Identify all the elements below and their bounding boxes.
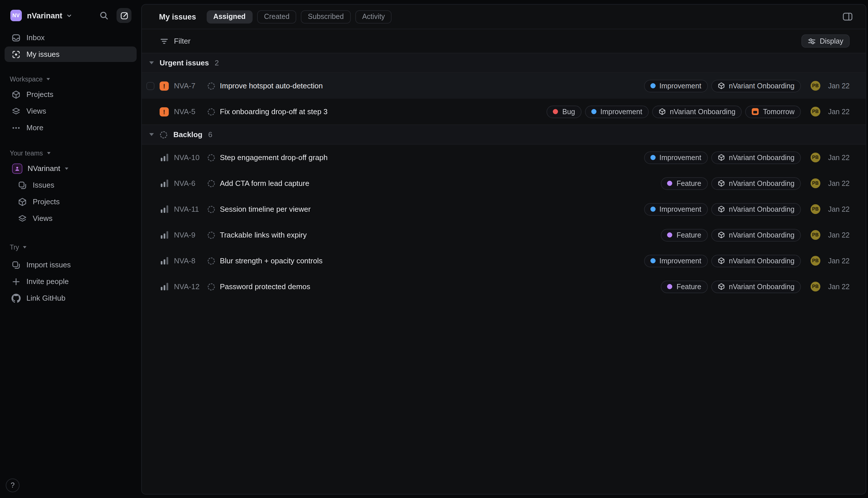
label-chip[interactable]: Improvement <box>644 79 708 92</box>
row-chips: Improvement <box>644 79 708 92</box>
label-chip[interactable]: Improvement <box>644 203 708 215</box>
assignee-avatar[interactable]: PB <box>811 179 820 188</box>
section-header-workspace[interactable]: Workspace <box>4 75 137 83</box>
issue-title: Fix onboarding drop-off at step 3 <box>220 107 327 116</box>
project-chip-text: nVariant Onboarding <box>729 205 794 213</box>
sidebar-item-more[interactable]: More <box>4 120 137 135</box>
sidebar-item-inbox[interactable]: Inbox <box>4 30 137 45</box>
assignee-avatar[interactable]: PB <box>811 282 820 291</box>
project-chip[interactable]: nVariant Onboarding <box>652 105 742 118</box>
project-cube-icon <box>717 257 725 264</box>
label-dot-icon <box>650 207 655 212</box>
app-window: NV nVarinant Inbox <box>0 0 868 498</box>
issue-row[interactable]: NVA-11 Session timeline per viewer Impro… <box>142 196 866 222</box>
search-icon <box>99 11 108 20</box>
label-chip[interactable]: Improvement <box>644 151 708 164</box>
project-chip[interactable]: nVariant Onboarding <box>711 203 801 215</box>
tab-activity[interactable]: Activity <box>355 10 392 23</box>
sidebar-section-teams: Your teams NVarinant Issues <box>4 149 137 226</box>
focus-icon <box>12 50 21 59</box>
project-chip[interactable]: nVariant Onboarding <box>711 151 801 164</box>
label-chip[interactable]: Feature <box>661 280 708 293</box>
help-button[interactable]: ? <box>6 479 20 492</box>
section-header-try[interactable]: Try <box>4 243 137 251</box>
box-icon <box>18 197 27 206</box>
label-chip[interactable]: Improvement <box>644 254 708 267</box>
issue-row[interactable]: NVA-12 Password protected demos Feature … <box>142 274 866 300</box>
project-cube-icon <box>717 283 725 290</box>
label-chip[interactable]: Feature <box>661 228 708 241</box>
project-chip-text: nVariant Onboarding <box>729 82 794 90</box>
section-title: Workspace <box>10 76 43 83</box>
label-chip[interactable]: Bug <box>547 105 582 118</box>
sidebar-item-my-issues[interactable]: My issues <box>4 47 137 62</box>
search-button[interactable] <box>99 11 108 20</box>
sidebar-item-projects[interactable]: Projects <box>4 87 137 102</box>
sidebar-item-import-issues[interactable]: Import issues <box>4 257 137 273</box>
row-chips: Improvement <box>644 151 708 164</box>
compose-icon <box>120 11 128 20</box>
issue-row[interactable]: NVA-8 Blur strength + opacity controls I… <box>142 248 866 274</box>
sidebar-item-views[interactable]: Views <box>4 103 137 119</box>
triangle-down-icon <box>47 78 50 80</box>
project-chip-text: nVariant Onboarding <box>670 108 735 116</box>
section-header-teams[interactable]: Your teams <box>4 149 137 157</box>
workspace-name: nVarinant <box>27 11 62 20</box>
triangle-down-icon <box>65 167 68 170</box>
created-date: Jan 22 <box>827 283 850 291</box>
project-chip[interactable]: nVariant Onboarding <box>711 254 801 267</box>
group-header[interactable]: Urgent issues 2 <box>142 53 866 73</box>
team-item-nvarinant[interactable]: NVarinant <box>4 161 137 176</box>
issue-row[interactable]: NVA-10 Step engagement drop-off graph Im… <box>142 145 866 170</box>
assignee-avatar[interactable]: PB <box>811 230 820 240</box>
issue-groups: Urgent issues 2 ! NVA-7 Improve hotspot … <box>142 53 866 300</box>
project-chip[interactable]: nVariant Onboarding <box>711 177 801 189</box>
new-issue-button[interactable] <box>117 8 131 23</box>
issue-title: Add CTA form lead capture <box>220 179 309 188</box>
assignee-avatar[interactable]: PB <box>811 107 820 117</box>
group-title: Urgent issues <box>159 58 209 67</box>
tab-created[interactable]: Created <box>257 10 297 23</box>
group-header[interactable]: Backlog 6 <box>142 124 866 145</box>
issue-row[interactable]: ! NVA-7 Improve hotspot auto-detection I… <box>142 73 866 99</box>
display-button[interactable]: Display <box>801 35 850 48</box>
project-chip[interactable]: nVariant Onboarding <box>711 79 801 92</box>
sidebar-item-team-projects[interactable]: Projects <box>4 194 137 209</box>
label-chip-text: Feature <box>676 283 701 291</box>
created-date: Jan 22 <box>827 108 850 116</box>
assignee-avatar[interactable]: PB <box>811 81 820 91</box>
issue-title: Blur strength + opacity controls <box>220 257 323 265</box>
filter-button[interactable]: Filter <box>159 37 191 45</box>
issue-title: Session timeline per viewer <box>220 205 311 213</box>
sidebar-item-link-github[interactable]: Link GitHub <box>4 290 137 306</box>
tab-subscribed[interactable]: Subscribed <box>301 10 351 23</box>
sidebar-item-team-issues[interactable]: Issues <box>4 177 137 193</box>
project-cube-icon <box>717 180 725 187</box>
row-checkbox[interactable] <box>146 82 154 90</box>
plus-icon <box>12 277 21 286</box>
workspace-switcher[interactable]: NV nVarinant <box>10 8 131 23</box>
project-chip[interactable]: nVariant Onboarding <box>711 280 801 293</box>
issue-row[interactable]: ! NVA-5 Fix onboarding drop-off at step … <box>142 99 866 124</box>
help-label: ? <box>11 481 15 489</box>
assignee-avatar[interactable]: PB <box>811 204 820 214</box>
workspace-avatar: NV <box>10 10 22 21</box>
due-date-chip[interactable]: Tomorrow <box>745 105 801 118</box>
issue-row[interactable]: NVA-6 Add CTA form lead capture Feature … <box>142 170 866 196</box>
sidebar-item-team-views[interactable]: Views <box>4 211 137 226</box>
row-chips: Bug Improvement <box>547 105 648 118</box>
assignee-avatar[interactable]: PB <box>811 153 820 162</box>
issue-title: Password protected demos <box>220 282 310 291</box>
right-panel-toggle-button[interactable] <box>843 13 853 21</box>
label-dot-icon <box>650 155 655 160</box>
issue-row[interactable]: NVA-9 Trackable links with expiry Featur… <box>142 222 866 248</box>
assignee-avatar[interactable]: PB <box>811 256 820 266</box>
sidebar-item-label: Projects <box>33 197 60 206</box>
group-count: 6 <box>208 130 212 139</box>
sidebar-item-invite-people[interactable]: Invite people <box>4 274 137 289</box>
priority-urgent-icon: ! <box>159 81 169 90</box>
label-chip[interactable]: Feature <box>661 177 708 189</box>
tab-assigned[interactable]: Assigned <box>206 10 252 23</box>
label-chip[interactable]: Improvement <box>585 105 648 118</box>
project-chip[interactable]: nVariant Onboarding <box>711 228 801 241</box>
